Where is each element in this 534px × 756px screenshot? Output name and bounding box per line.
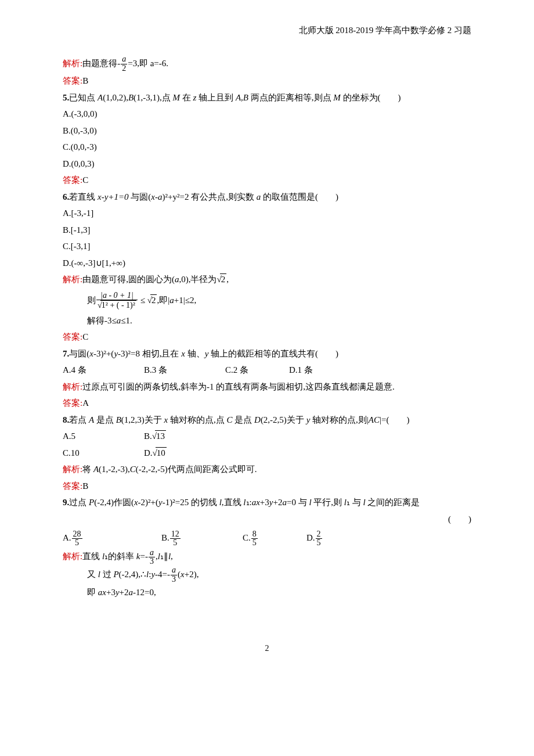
q4-explain-part2: =3,即 a=-6. [128, 59, 168, 68]
q9-3: -2)²+( [138, 498, 158, 507]
q6-e2pa: ,即| [157, 296, 169, 305]
q5-AB: A,B [236, 93, 248, 102]
q9-e3a: 即 [87, 588, 98, 597]
q6-e1c: ,0),半径为 [179, 275, 217, 284]
q6-pre: 若直线 [69, 192, 98, 201]
q8-6: (2,-2,5)关于 [261, 415, 306, 424]
q8-opt-c: C.10 [63, 445, 144, 462]
q5-t7: 在 [180, 93, 193, 102]
q9-e3e: +2 [120, 588, 129, 597]
q8-D: D [254, 415, 261, 424]
q8-A: A [89, 415, 94, 424]
answer-label: 答案: [63, 332, 82, 341]
q9-1: 过点 [69, 498, 89, 507]
q6-m1: 与圆( [129, 192, 151, 201]
q7-answer-value: A [82, 398, 89, 408]
q5-stem: 5.已知点 A(1,0,2),B(1,-3,1),点 M 在 z 轴上且到 A,… [63, 89, 471, 106]
q8-1: 若点 [69, 415, 89, 424]
q5-t5: (1,-3,1),点 [134, 93, 173, 102]
q9-e1frac: a3 [149, 549, 155, 566]
q9-7: 平行,则 [312, 498, 344, 507]
q9-5: ,直线 [222, 498, 244, 507]
q7-explain-text: 过原点可引圆的两条切线,斜率为-1 的直线有两条与圆相切,这四条直线都满足题意. [82, 382, 395, 391]
sqrt-2: √2 [217, 271, 226, 288]
q9-e2g: +2), [185, 570, 199, 579]
q9-e2P: P [113, 570, 118, 579]
q9-P: P [89, 498, 94, 507]
q7-x: x [89, 349, 93, 358]
q9-e2b: 过 [100, 570, 114, 579]
q9-e2a: 又 [87, 570, 98, 579]
q6-eq1: x-y+1=0 [98, 192, 129, 201]
q6-opt-c: C.[-3,1] [63, 238, 471, 255]
q9-e3g: -12=0, [133, 588, 156, 597]
q6-frac-num: |a - 0 + 1| [96, 291, 138, 301]
q9-opt-d: D.25 [306, 527, 323, 548]
q8-answer-value: B [82, 481, 88, 491]
q9-paren: ( ) [63, 511, 471, 528]
q9-opt-a: A.285 [63, 527, 161, 548]
q8-eA: A [93, 465, 99, 474]
q6-explain-1: 解析:由题意可得,圆的圆心为(a,0),半径为√2, [63, 271, 471, 288]
sqrt-10: √10 [153, 445, 167, 462]
q7-opt-d: D.1 条 [289, 362, 347, 379]
q6-opt-d: D.(-∞,-3]∪[1,+∞) [63, 255, 471, 272]
explain-label: 解析: [63, 382, 82, 391]
worksheet-header: 北师大版 2018-2019 学年高中数学必修 2 习题 [0, 0, 534, 44]
q6-opt-a: A.[-3,-1] [63, 205, 471, 222]
q9-y1: y [158, 498, 163, 507]
q8-opt-b: B.√13 [144, 428, 166, 445]
q6-post: 的取值范围是( ) [261, 192, 338, 201]
explain-label: 解析: [63, 59, 82, 68]
q6-m2: )²+y²=2 有公共点,则实数 [162, 192, 256, 201]
page-number: 2 [0, 624, 534, 680]
q8-choices-1: A.5 B.√13 [63, 428, 471, 445]
q7-opt-a: A.4 条 [63, 362, 144, 379]
answer-label: 答案: [63, 481, 82, 491]
q6-eq2: x-a [151, 192, 162, 201]
q7-opt-b: B.3 条 [144, 362, 225, 379]
q7-mid: 轴、 [185, 349, 205, 358]
q4-explain: 解析:由题意得-a2=3,即 a=-6. [63, 55, 471, 73]
q5-opt-b: B.(0,-3,0) [63, 123, 471, 139]
q9-choices: A.285 B.125 C.85 D.25 [63, 527, 471, 548]
q8-7: 轴对称的点,则| [310, 415, 369, 424]
q8-e3: (-2,-2,-5)代两点间距离公式即可. [136, 465, 257, 474]
q8-explain: 解析:将 A(1,-2,-3),C(-2,-2,-5)代两点间距离公式即可. [63, 461, 471, 478]
q7-stem: 7.与圆(x-3)²+(y-3)²=8 相切,且在 x 轴、y 轴上的截距相等的… [63, 345, 471, 362]
q9-ed: +2 [273, 498, 282, 507]
q6-e3c: ≤1. [121, 316, 132, 325]
answer-label: 答案: [63, 175, 82, 185]
q8-AC: AC [369, 415, 380, 424]
q8-e1: 将 [82, 465, 93, 474]
q6-e1d: , [226, 275, 229, 284]
q5-answer-value: C [82, 175, 88, 185]
q7-pre: 与圆( [69, 349, 89, 358]
q9-e1c: =- [140, 552, 148, 561]
q4-answer-value: B [82, 76, 88, 85]
q8-C: C [227, 415, 233, 424]
q9-stem: 9.过点 P(-2,4)作圆(x-2)²+(y-1)²=25 的切线 l,直线 … [63, 494, 471, 511]
q7-eq2: -3)²=8 相切,且在 [118, 349, 181, 358]
explain-label: 解析: [63, 465, 82, 474]
q9-explain-2: 又 l 过 P(-2,4),∴l:y-4=-a3(x+2), [63, 566, 471, 584]
q6-stem: 6.若直线 x-y+1=0 与圆(x-a)²+y²=2 有公共点,则实数 a 的… [63, 189, 471, 206]
q9-opt-c: C.85 [243, 527, 306, 548]
q8-stem: 8.若点 A 是点 B(1,2,3)关于 x 轴对称的点,点 C 是点 D(2,… [63, 412, 471, 429]
q7-eq1: -3)²+( [93, 349, 114, 358]
q6-answer-value: C [82, 332, 88, 341]
q5-M: M [173, 93, 181, 102]
q9-8: 与 [350, 498, 363, 507]
q5-M2: M [333, 93, 341, 102]
q9-e3d: y [116, 588, 120, 597]
q8-choices-2: C.10 D.√10 [63, 445, 471, 462]
answer-label: 答案: [63, 398, 82, 408]
q6-answer: 答案:C [63, 329, 471, 345]
q5-t9: 轴上且到 [196, 93, 236, 102]
q8-opt-a: A.5 [63, 428, 144, 445]
q8-3: (1,2,3)关于 [121, 415, 164, 424]
q8-e2: (1,-2,-3), [99, 465, 130, 474]
q5-t13: 的坐标为( ) [341, 93, 401, 102]
frac-num: a [121, 55, 127, 64]
sqrt-2b: √2 [147, 288, 157, 312]
